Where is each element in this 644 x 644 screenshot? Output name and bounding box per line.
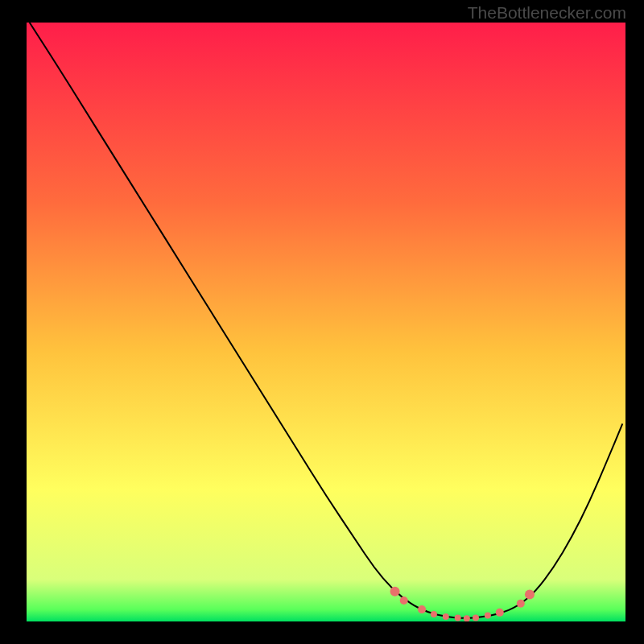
marker-dot (517, 600, 525, 608)
marker-dot (473, 615, 479, 621)
marker-dot (485, 613, 491, 619)
marker-dot (455, 615, 461, 621)
plot-area (27, 23, 625, 621)
gradient-background (27, 23, 625, 621)
marker-dot (390, 587, 400, 597)
marker-dot (496, 609, 504, 617)
marker-dot (400, 597, 408, 605)
chart-svg (27, 23, 625, 621)
chart-container: TheBottlenecker.com (0, 0, 644, 644)
marker-dot (443, 613, 449, 620)
marker-dot (431, 611, 437, 617)
watermark-text: TheBottlenecker.com (468, 3, 626, 23)
marker-dot (418, 605, 426, 613)
marker-dot (525, 590, 535, 600)
marker-dot (464, 615, 470, 621)
